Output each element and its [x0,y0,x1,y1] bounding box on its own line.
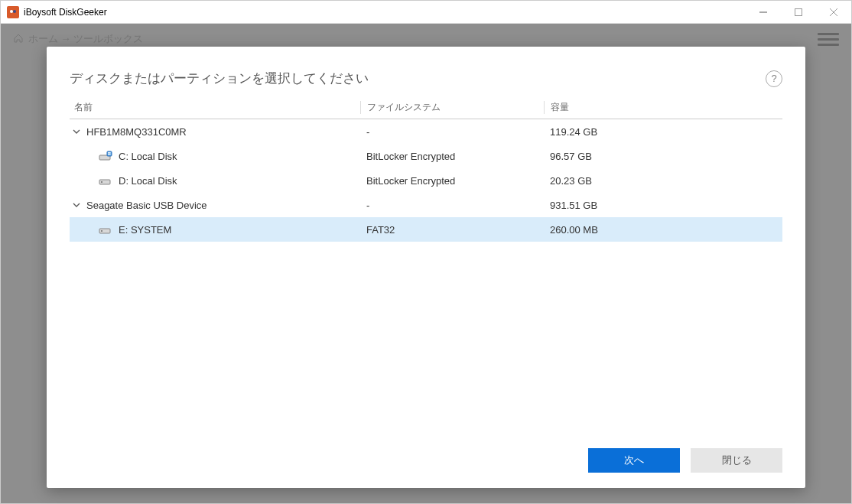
disk-name: HFB1M8MQ331C0MR [86,126,187,138]
help-icon[interactable]: ? [766,70,782,87]
partition-row[interactable]: D: Local Disk BitLocker Encrypted 20.23 … [70,168,782,193]
disk-table: 名前 ファイルシステム 容量 HFB1M8MQ331C0MR - 119.24 … [70,101,782,436]
next-button[interactable]: 次へ [588,448,680,473]
svg-rect-12 [109,154,111,155]
disk-size: 931.51 GB [544,200,782,211]
disk-size: 119.24 GB [544,126,782,138]
close-button[interactable] [816,1,851,24]
disk-filesystem: - [360,126,544,138]
col-header-size: 容量 [544,101,782,114]
app-window: iBoysoft DiskGeeker ホーム → ツールボックス [0,0,852,504]
app-icon [7,6,19,18]
svg-rect-10 [109,152,111,154]
dialog-title: ディスクまたはパーティションを選択してください [70,70,766,87]
partition-name: E: SYSTEM [119,224,171,236]
window-controls [746,1,851,24]
svg-rect-9 [108,152,109,154]
main-content: ホーム → ツールボックス ディスクまたはパーティションを選択してください ? … [1,24,851,503]
disk-filesystem: - [360,200,544,211]
svg-rect-11 [108,154,109,155]
partition-size: 260.00 MB [544,224,782,236]
partition-row[interactable]: C: Local Disk BitLocker Encrypted 96.57 … [70,144,782,168]
svg-rect-4 [795,8,802,15]
drive-icon [99,151,112,161]
chevron-down-icon[interactable] [71,128,82,135]
partition-filesystem: FAT32 [360,224,544,236]
disk-row[interactable]: Seagate Basic USB Device - 931.51 GB [70,193,782,217]
svg-rect-0 [7,6,19,18]
svg-point-16 [101,230,102,232]
home-icon [13,33,24,46]
close-dialog-button[interactable]: 閉じる [691,448,782,473]
drive-icon [99,175,112,186]
hamburger-icon [818,31,839,47]
window-title: iBoysoft DiskGeeker [24,7,746,18]
col-header-name: 名前 [70,101,360,114]
drive-icon [99,224,112,235]
svg-point-14 [101,181,102,183]
chevron-down-icon[interactable] [71,201,82,209]
titlebar: iBoysoft DiskGeeker [1,1,851,24]
partition-name: D: Local Disk [119,175,177,187]
col-header-filesystem: ファイルシステム [360,101,544,114]
dialog-header: ディスクまたはパーティションを選択してください ? [70,70,782,87]
partition-name: C: Local Disk [119,151,177,162]
svg-point-2 [13,10,16,13]
partition-filesystem: BitLocker Encrypted [360,175,544,187]
maximize-button[interactable] [781,1,816,24]
partition-size: 20.23 GB [544,175,782,187]
table-header: 名前 ファイルシステム 容量 [70,101,782,119]
svg-point-1 [10,10,13,13]
partition-row[interactable]: E: SYSTEM FAT32 260.00 MB [70,217,782,242]
disk-name: Seagate Basic USB Device [86,200,207,211]
minimize-button[interactable] [746,1,781,24]
select-disk-dialog: ディスクまたはパーティションを選択してください ? 名前 ファイルシステム 容量… [47,47,805,488]
breadcrumb: ホーム → ツールボックス [28,32,143,46]
disk-row[interactable]: HFB1M8MQ331C0MR - 119.24 GB [70,119,782,144]
dialog-footer: 次へ 閉じる [70,436,782,473]
partition-filesystem: BitLocker Encrypted [360,151,544,162]
partition-size: 96.57 GB [544,151,782,162]
